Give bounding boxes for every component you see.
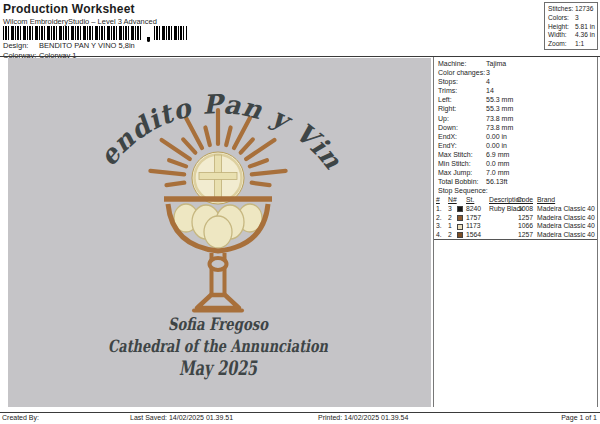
row-brand: Madeira Classic 40 (537, 222, 595, 231)
max-stitch-value: 6.9 mm (486, 150, 509, 159)
row-thread-number: 1173 (466, 222, 481, 231)
row-brand: Madeira Classic 40 (537, 205, 595, 214)
venue-text: Cathedral of the Annunciation (108, 336, 328, 356)
footer-divider (0, 412, 600, 413)
embroidery-design: Bendito Pan y Vino Sofia Fregoso Cathedr… (8, 58, 431, 407)
col-code: Code (506, 196, 533, 205)
design-barcode (3, 26, 187, 40)
date-text: May 2025 (179, 356, 258, 380)
row-code: 1008 (506, 205, 533, 214)
row-code: 1257 (506, 214, 533, 223)
design-summary-box: Stitches:12736 Colors:3 Height:5.81 in W… (544, 2, 598, 50)
stop-row: 3. 1 1173 1066 Madeira Classic 40 (434, 222, 597, 231)
col-needle: N# (448, 196, 457, 205)
col-num: # (436, 196, 440, 205)
machine-label: Machine: (438, 59, 486, 68)
col-brand: Brand (537, 196, 555, 205)
embroidery-preview-canvas: Bendito Pan y Vino Sofia Fregoso Cathedr… (8, 58, 431, 407)
right-value: 55.3 mm (486, 104, 513, 113)
min-stitch-label: Min Stitch: (438, 159, 486, 168)
color-changes-label: Color changes: (438, 68, 486, 77)
left-label: Left: (438, 95, 486, 104)
row-num: 1. (436, 205, 442, 214)
row-needle: 3 (448, 205, 452, 214)
machine-info-list: Machine:Tajima Color changes:3 Stops:4 T… (434, 59, 597, 186)
right-label: Right: (438, 104, 486, 113)
arc-title-text: Bendito Pan y Vino (8, 58, 348, 175)
stop-sequence-table: # N# St. Description Code Brand 1. 3 824… (434, 196, 597, 240)
endy-value: 0.00 in (486, 141, 507, 150)
host-icon (192, 152, 244, 204)
color-changes-value: 3 (486, 68, 490, 77)
row-thread-number: 1757 (466, 214, 481, 223)
stop-row: 1. 3 8240 Ruby Black 1008 Madeira Classi… (434, 205, 597, 214)
total-bobbin-label: Total Bobbin: (438, 177, 486, 186)
thread-color-swatch (457, 206, 463, 212)
stitches-label: Stitches: (548, 5, 575, 14)
thread-color-swatch (457, 224, 463, 230)
row-num: 2. (436, 214, 442, 223)
design-label: Design: (3, 41, 39, 50)
design-value: BENDITO PAN Y VINO 5,8in (39, 41, 135, 50)
trims-label: Trims: (438, 86, 486, 95)
endy-label: EndY: (438, 141, 486, 150)
barcode-main-segment (3, 26, 143, 40)
thread-color-swatch (457, 215, 463, 221)
row-needle: 2 (448, 214, 452, 223)
thread-color-swatch (457, 232, 463, 238)
row-brand: Madeira Classic 40 (537, 214, 595, 223)
max-jump-label: Max Jump: (438, 168, 486, 177)
machine-info-panel: Machine:Tajima Color changes:3 Stops:4 T… (433, 57, 598, 407)
max-stitch-label: Max Stitch: (438, 150, 486, 159)
row-num: 3. (436, 222, 442, 231)
width-value: 4.36 in (575, 31, 595, 40)
design-row: Design: BENDITO PAN Y VINO 5,8in (3, 41, 135, 50)
page-number-text: Page 1 of 1 (561, 414, 597, 421)
min-stitch-value: 0.0 mm (486, 159, 509, 168)
last-saved-text: Last Saved: 14/02/2025 01.39.51 (130, 414, 233, 421)
col-stitch-color: St. (466, 196, 474, 205)
stop-sequence-header: # N# St. Description Code Brand (434, 196, 597, 205)
stitches-value: 12736 (575, 5, 593, 14)
barcode-check-segment (154, 26, 187, 40)
colors-label: Colors: (548, 14, 575, 23)
row-code: 1066 (506, 222, 533, 231)
row-thread-number: 8240 (466, 205, 481, 214)
down-value: 73.8 mm (486, 123, 513, 132)
endx-label: EndX: (438, 132, 486, 141)
up-label: Up: (438, 114, 486, 123)
app-version-subtitle: Wilcom EmbroideryStudio – Level 3 Advanc… (3, 17, 157, 26)
zoom-value: 1:1 (575, 40, 584, 49)
created-by-label: Created By: (2, 414, 39, 421)
barcode-separator (147, 37, 150, 42)
total-bobbin-value: 56.13ft (486, 177, 507, 186)
zoom-label: Zoom: (548, 40, 575, 49)
trims-value: 14 (486, 86, 494, 95)
printed-text: Printed: 14/02/2025 01.39.54 (318, 414, 408, 421)
stops-value: 4 (486, 77, 490, 86)
up-value: 73.8 mm (486, 114, 513, 123)
colors-value: 3 (575, 14, 579, 23)
machine-value: Tajima (486, 59, 506, 68)
recipient-name-text: Sofia Fregoso (168, 314, 269, 334)
stop-sequence-title: Stop Sequence: (438, 187, 488, 194)
row-needle: 1 (448, 222, 452, 231)
down-label: Down: (438, 123, 486, 132)
height-label: Height: (548, 23, 575, 32)
left-value: 55.3 mm (486, 95, 513, 104)
height-value: 5.81 in (575, 23, 595, 32)
max-jump-value: 7.0 mm (486, 168, 509, 177)
stop-sequence-divider (434, 239, 597, 240)
width-label: Width: (548, 31, 575, 40)
stop-row: 2. 2 1757 1257 Madeira Classic 40 (434, 214, 597, 223)
page-title: Production Worksheet (3, 2, 135, 16)
endx-value: 0.00 in (486, 132, 507, 141)
stops-label: Stops: (438, 77, 486, 86)
